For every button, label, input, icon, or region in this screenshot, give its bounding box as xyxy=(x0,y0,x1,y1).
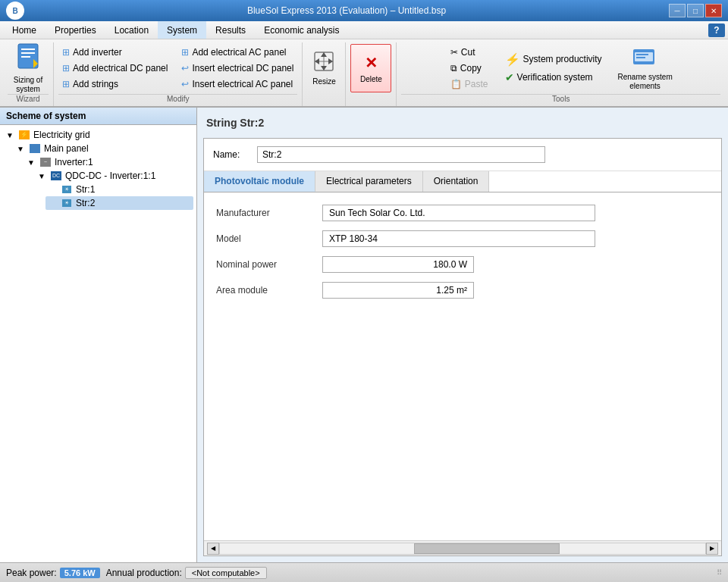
manufacturer-label: Manufacturer xyxy=(216,208,322,218)
tree-item-qdc[interactable]: ▼ DC QDC-DC - Inverter:1:1 xyxy=(35,169,193,183)
form-row-area-module: Area module xyxy=(216,282,709,299)
svg-rect-2 xyxy=(21,52,35,54)
str1-icon: ☀ xyxy=(60,184,74,195)
svg-marker-10 xyxy=(315,58,319,64)
manufacturer-input[interactable] xyxy=(322,205,595,221)
tab-orientation[interactable]: Orientation xyxy=(423,171,490,192)
wizard-icon xyxy=(17,42,39,73)
rename-icon xyxy=(633,46,657,70)
resize-button[interactable]: Resize xyxy=(307,44,340,92)
menu-results[interactable]: Results xyxy=(206,21,255,39)
verification-system-button[interactable]: ✔ Verification system xyxy=(501,70,606,85)
scroll-thumb[interactable] xyxy=(414,543,560,554)
tab-photovoltaic-module[interactable]: Photovoltaic module xyxy=(204,171,315,192)
tree-item-str2[interactable]: ☀ Str:2 xyxy=(46,196,193,210)
system-productivity-button[interactable]: ⚡ System productivity xyxy=(501,52,606,67)
horizontal-scrollbar[interactable]: ◀ ▶ xyxy=(204,540,721,555)
nominal-power-input[interactable] xyxy=(322,256,474,273)
menu-location[interactable]: Location xyxy=(105,21,158,39)
prod-check-col: ⚡ System productivity ✔ Verification sys… xyxy=(501,52,606,85)
ribbon-group-resize: Resize - xyxy=(303,42,346,106)
modify-group-label: Modify xyxy=(58,94,297,105)
model-input[interactable] xyxy=(322,230,595,247)
tab-electrical-parameters[interactable]: Electrical parameters xyxy=(315,171,423,192)
tree-label-str2: Str:2 xyxy=(76,198,95,208)
content-panel: String Str:2 Name: Photovoltaic module E… xyxy=(197,108,728,562)
svg-rect-15 xyxy=(636,57,645,58)
tree-toggle-inverter[interactable]: ▼ xyxy=(26,157,36,167)
form-row-model: Model xyxy=(216,230,709,247)
add-dc-panel-button[interactable]: ⊞ Add electrical DC panel xyxy=(58,61,171,76)
modify-group-content: ⊞ Add inverter ⊞ Add electrical DC panel… xyxy=(58,44,297,92)
insert-dc-panel-button[interactable]: ↩ Insert electrical DC panel xyxy=(177,61,297,76)
tree-toggle-dc[interactable]: ▼ xyxy=(36,171,47,181)
cut-icon: ✂ xyxy=(450,47,458,58)
add-ac-panel-button[interactable]: ⊞ Add electrical AC panel xyxy=(177,45,297,60)
tree-toggle-grid[interactable]: ▼ xyxy=(5,130,15,140)
minimize-button[interactable]: ─ xyxy=(669,4,686,17)
ribbon-group-delete: ✕ Delete - xyxy=(346,42,397,106)
form-row-nominal-power: Nominal power xyxy=(216,256,709,273)
name-label: Name: xyxy=(213,149,251,160)
tools-group-content: ✂ Cut ⧉ Copy 📋 Paste ⚡ System productivi… xyxy=(447,44,676,92)
menu-economic-analysis[interactable]: Economic analysis xyxy=(255,21,348,39)
peak-power-item: Peak power: 5.76 kW xyxy=(6,568,100,578)
wizard-group-label: Wizard xyxy=(8,94,49,105)
dc-icon: DC xyxy=(49,171,63,181)
rename-button[interactable]: Rename system elements xyxy=(615,45,676,91)
paste-button[interactable]: 📋 Paste xyxy=(447,77,492,92)
inverter-icon: ~ xyxy=(39,157,52,167)
tabs-row: Photovoltaic module Electrical parameter… xyxy=(204,171,721,192)
delete-button[interactable]: ✕ Delete xyxy=(350,44,391,92)
add-inverter-button[interactable]: ⊞ Add inverter xyxy=(58,45,171,60)
name-input[interactable] xyxy=(257,146,545,163)
cut-button[interactable]: ✂ Cut xyxy=(447,45,492,60)
area-module-input[interactable] xyxy=(322,282,474,299)
tree-toggle-panel[interactable]: ▼ xyxy=(15,143,26,154)
tree-label-qdc: QDC-DC - Inverter:1:1 xyxy=(65,171,155,181)
add-strings-button[interactable]: ⊞ Add strings xyxy=(58,77,171,92)
tree-item-electricity-grid[interactable]: ▼ ⚡ Electricity grid xyxy=(3,128,193,142)
resize-handle[interactable]: ⠿ xyxy=(717,568,722,577)
menu-home[interactable]: Home xyxy=(3,21,46,39)
add-dc-icon: ⊞ xyxy=(62,63,70,74)
scroll-track[interactable] xyxy=(219,543,706,555)
tree-label-str1: Str:1 xyxy=(76,184,95,195)
menu-system[interactable]: System xyxy=(158,21,206,39)
nominal-power-label: Nominal power xyxy=(216,259,322,270)
add-strings-icon: ⊞ xyxy=(62,79,70,89)
name-row: Name: xyxy=(204,139,721,171)
sizing-wizard-button[interactable]: Sizing of system xyxy=(8,44,49,92)
svg-rect-14 xyxy=(636,54,648,55)
scroll-left-button[interactable]: ◀ xyxy=(207,543,219,555)
tree-item-str1[interactable]: ☀ Str:1 xyxy=(46,183,193,196)
close-button[interactable]: ✕ xyxy=(705,4,722,17)
rename-col: Rename system elements xyxy=(615,45,676,91)
svg-marker-9 xyxy=(321,66,327,70)
ribbon-group-tools: ✂ Cut ⧉ Copy 📋 Paste ⚡ System productivi… xyxy=(397,42,725,106)
tree-header: Scheme of system xyxy=(0,108,196,125)
window-title: BlueSol Express 2013 (Evaluation) – Unti… xyxy=(24,5,669,16)
insert-ac-panel-button[interactable]: ↩ Insert electrical AC panel xyxy=(177,77,297,92)
tree-item-main-panel[interactable]: ▼ Main panel xyxy=(14,142,193,155)
titlebar: B BlueSol Express 2013 (Evaluation) – Un… xyxy=(0,0,728,21)
maximize-button[interactable]: □ xyxy=(687,4,704,17)
modify-col-left: ⊞ Add inverter ⊞ Add electrical DC panel… xyxy=(58,45,171,92)
paste-icon: 📋 xyxy=(450,79,462,89)
titlebar-controls: ─ □ ✕ xyxy=(669,4,722,17)
tree-item-inverter1[interactable]: ▼ ~ Inverter:1 xyxy=(24,155,193,169)
panel-icon xyxy=(28,143,42,154)
scroll-right-button[interactable]: ▶ xyxy=(706,543,718,555)
resize-label: Resize xyxy=(312,77,336,86)
help-button[interactable]: ? xyxy=(708,23,725,37)
add-ac-icon: ⊞ xyxy=(181,47,189,58)
menu-properties[interactable]: Properties xyxy=(46,21,105,39)
app-logo: B xyxy=(6,2,24,20)
ribbon: Sizing of system Wizard ⊞ Add inverter ⊞… xyxy=(0,39,728,108)
wizard-group-content: Sizing of system xyxy=(8,44,49,92)
tools-group-label: Tools xyxy=(401,94,720,105)
copy-button[interactable]: ⧉ Copy xyxy=(447,61,492,76)
clipboard-col: ✂ Cut ⧉ Copy 📋 Paste xyxy=(447,45,492,92)
add-inverter-icon: ⊞ xyxy=(62,47,70,58)
str2-icon: ☀ xyxy=(60,198,74,208)
